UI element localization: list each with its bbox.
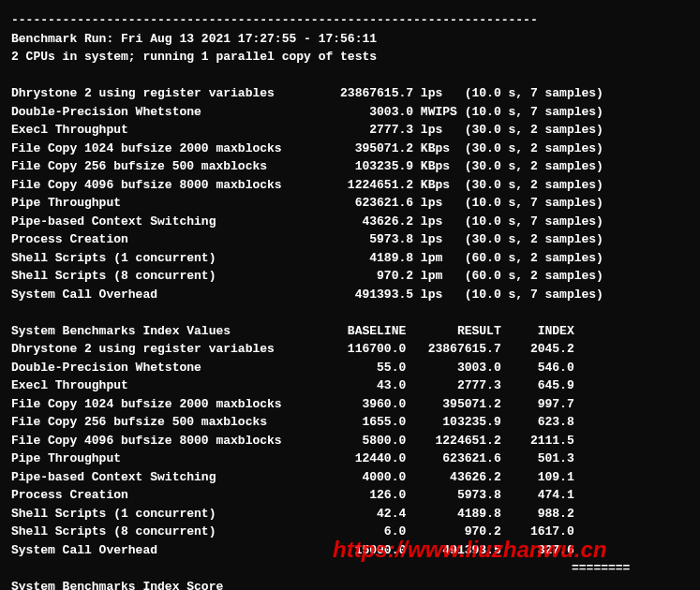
index-row: Shell Scripts (1 concurrent) 42.4 4189.8… [11,505,689,524]
results-block: Dhrystone 2 using register variables 238… [11,84,689,303]
result-row: Execl Throughput 2777.3 lps (30.0 s, 2 s… [11,121,689,140]
index-row: File Copy 1024 bufsize 2000 maxblocks 39… [11,395,689,414]
index-row: File Copy 4096 bufsize 8000 maxblocks 58… [11,432,689,450]
index-row: System Call Overhead 15000.0 491393.5 32… [11,541,689,560]
index-values-block: Dhrystone 2 using register variables 116… [11,340,689,559]
result-row: Shell Scripts (8 concurrent) 970.2 lpm (… [11,267,689,286]
blank-line [11,303,689,322]
result-row: System Call Overhead 491393.5 lps (10.0 … [11,286,689,304]
blank-line [11,66,689,85]
benchmark-run-line: Benchmark Run: Fri Aug 13 2021 17:27:55 … [11,30,689,49]
separator-line: ======== [11,559,689,578]
result-row: Pipe Throughput 623621.6 lps (10.0 s, 7 … [11,194,689,213]
index-row: Shell Scripts (8 concurrent) 6.0 970.2 1… [11,523,689,541]
terminal-output: ----------------------------------------… [11,11,689,590]
index-row: Pipe Throughput 12440.0 623621.6 501.3 [11,450,689,468]
result-row: Process Creation 5973.8 lps (30.0 s, 2 s… [11,230,689,249]
result-row: File Copy 256 bufsize 500 maxblocks 1032… [11,157,689,176]
result-row: Double-Precision Whetstone 3003.0 MWIPS … [11,103,689,122]
result-row: Shell Scripts (1 concurrent) 4189.8 lpm … [11,249,689,268]
index-row: Process Creation 126.0 5973.8 474.1 [11,486,689,505]
index-row: File Copy 256 bufsize 500 maxblocks 1655… [11,413,689,432]
result-row: Dhrystone 2 using register variables 238… [11,84,689,103]
result-row: File Copy 1024 bufsize 2000 maxblocks 39… [11,140,689,158]
index-row: Dhrystone 2 using register variables 116… [11,340,689,359]
index-header-row: System Benchmarks Index Values BASELINE … [11,322,689,341]
index-row: Pipe-based Context Switching 4000.0 4362… [11,468,689,487]
index-row: Execl Throughput 43.0 2777.3 645.9 [11,376,689,395]
divider-line: ----------------------------------------… [11,11,689,30]
cpu-info-line: 2 CPUs in system; running 1 parallel cop… [11,48,689,66]
score-label: System Benchmarks Index Score [11,578,689,591]
index-row: Double-Precision Whetstone 55.0 3003.0 5… [11,359,689,377]
result-row: Pipe-based Context Switching 43626.2 lps… [11,213,689,231]
result-row: File Copy 4096 bufsize 8000 maxblocks 12… [11,176,689,195]
